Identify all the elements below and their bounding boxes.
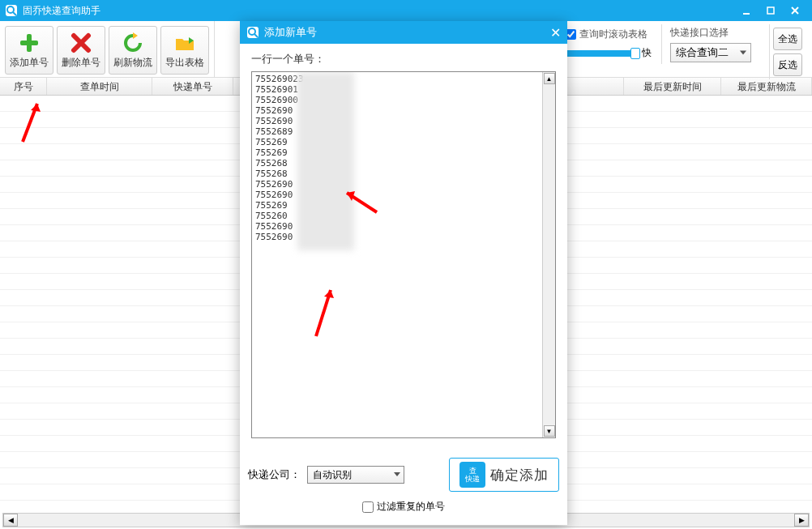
titlebar: 固乔快递查询助手 [0, 0, 812, 21]
svg-marker-11 [133, 32, 138, 39]
header-last-update[interactable]: 最后更新时间 [624, 78, 721, 95]
svg-marker-17 [394, 472, 400, 476]
refresh-label: 刷新物流 [113, 56, 152, 70]
blurred-region [297, 72, 354, 250]
filter-duplicate-checkbox[interactable] [362, 501, 374, 513]
add-label: 添加单号 [10, 56, 49, 70]
add-tracking-button[interactable]: 添加单号 [5, 26, 53, 75]
scroll-left-button[interactable]: ◀ [3, 514, 18, 527]
scroll-right-button[interactable]: ▶ [794, 514, 809, 527]
plus-icon [18, 32, 41, 54]
svg-marker-13 [740, 51, 746, 55]
header-tracking[interactable]: 快递单号 [152, 78, 233, 95]
chevron-down-icon [739, 47, 747, 59]
modal-title: 添加新单号 [264, 25, 550, 40]
export-button[interactable]: 导出表格 [160, 26, 209, 75]
filter-duplicate-label: 过滤重复的单号 [377, 500, 445, 514]
scroll-down-button[interactable]: ▼ [544, 425, 555, 437]
delete-label: 删除单号 [62, 56, 100, 70]
header-query-time[interactable]: 查单时间 [47, 78, 152, 95]
modal-titlebar: 添加新单号 ✕ [240, 21, 567, 44]
speed-slider[interactable] [566, 50, 639, 57]
svg-rect-4 [767, 7, 774, 14]
close-button[interactable] [783, 1, 807, 20]
window-buttons [734, 1, 807, 20]
minimize-button[interactable] [734, 1, 759, 20]
refresh-icon [122, 32, 144, 54]
x-icon [70, 32, 92, 54]
modal-hint: 一行一个单号： [251, 52, 556, 66]
company-combo[interactable]: 自动识别 [307, 466, 404, 484]
fast-label: 快 [642, 46, 652, 60]
interface-value: 综合查询二 [676, 45, 729, 60]
textarea-vertical-scrollbar[interactable]: ▲ ▼ [542, 72, 555, 437]
svg-rect-8 [20, 41, 38, 45]
interface-combo[interactable]: 综合查询二 [670, 43, 751, 62]
chevron-down-icon [393, 469, 401, 480]
export-label: 导出表格 [165, 56, 204, 70]
header-last-logistics[interactable]: 最后更新物流 [721, 78, 812, 95]
invert-select-button[interactable]: 反选 [773, 53, 802, 76]
maximize-button[interactable] [759, 1, 783, 20]
scroll-up-button[interactable]: ▲ [544, 73, 555, 84]
speed-slider-row: 快 [566, 46, 652, 60]
filter-duplicate-row[interactable]: 过滤重复的单号 [248, 500, 559, 514]
modal-icon [246, 26, 259, 39]
tracking-textarea[interactable]: 755269023 75526901 75526900 7552690 7552… [251, 71, 556, 438]
modal-close-button[interactable]: ✕ [550, 25, 561, 41]
company-value: 自动识别 [313, 468, 352, 482]
select-all-button[interactable]: 全选 [773, 28, 802, 50]
folder-export-icon [173, 32, 196, 54]
refresh-button[interactable]: 刷新物流 [109, 26, 157, 75]
confirm-add-button[interactable]: 查 快递 确定添加 [449, 458, 559, 492]
confirm-label: 确定添加 [490, 466, 549, 484]
app-icon [5, 4, 18, 17]
add-tracking-modal: 添加新单号 ✕ 一行一个单号： 755269023 75526901 75526… [240, 21, 567, 525]
scroll-checkbox-row[interactable]: 查询时滚动表格 [566, 28, 652, 41]
interface-label: 快递接口选择 [670, 26, 751, 40]
header-seq[interactable]: 序号 [0, 78, 47, 95]
scroll-check-label: 查询时滚动表格 [579, 28, 647, 41]
delete-tracking-button[interactable]: 删除单号 [57, 26, 105, 75]
window-title: 固乔快递查询助手 [23, 4, 734, 18]
company-label: 快递公司： [248, 467, 301, 482]
search-express-icon: 查 快递 [459, 462, 485, 488]
slider-thumb[interactable] [630, 48, 640, 59]
